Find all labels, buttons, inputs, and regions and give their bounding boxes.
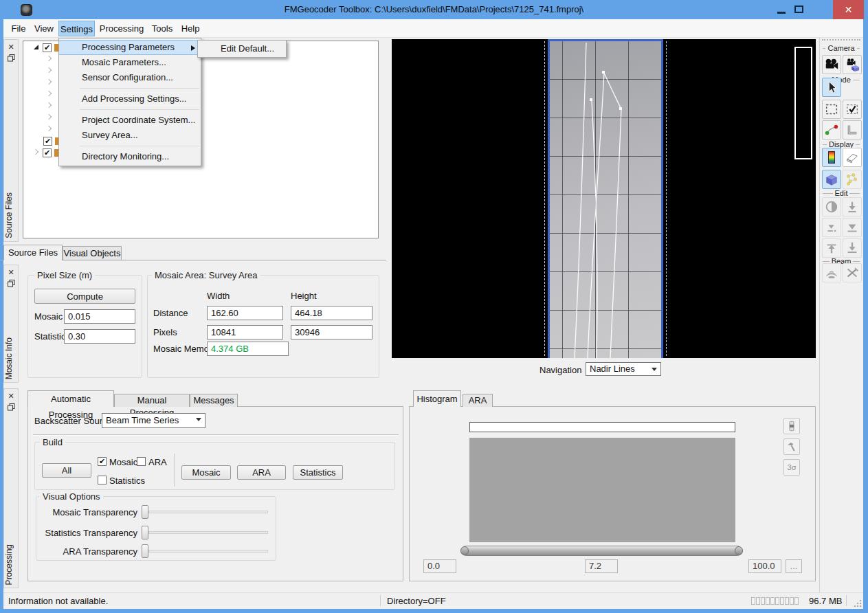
contrast-edit-button[interactable] <box>822 197 841 216</box>
menu-item-project-coordinate-system[interactable]: Project Coordinate System... <box>59 113 201 128</box>
collapse-arrow-icon[interactable] <box>46 79 52 85</box>
collapse-arrow-icon[interactable] <box>33 149 38 155</box>
mosaic-strip[interactable] <box>548 39 663 358</box>
range-slider-left-handle[interactable] <box>460 546 469 555</box>
rect-select-button[interactable] <box>822 100 841 119</box>
three-sigma-button[interactable]: 3σ <box>783 459 800 476</box>
slider-thumb[interactable] <box>142 526 148 539</box>
tree-row[interactable] <box>47 103 51 107</box>
menu-item-mosaic-parameters[interactable]: Mosaic Parameters... <box>59 55 201 70</box>
collapse-arrow-icon[interactable] <box>46 126 52 131</box>
menu-tools[interactable]: Tools <box>148 21 176 36</box>
tab-histogram[interactable]: Histogram <box>413 390 461 407</box>
float-panel-icon[interactable] <box>8 54 15 61</box>
ara-transparency-slider[interactable] <box>148 550 268 553</box>
colormap-preview-bar[interactable] <box>469 422 735 432</box>
menu-item-directory-monitoring[interactable]: Directory Monitoring... <box>59 149 201 164</box>
tree-row[interactable] <box>34 150 38 154</box>
menu-settings[interactable]: Settings <box>58 21 95 36</box>
tab-ara[interactable]: ARA <box>463 394 493 407</box>
close-icon[interactable]: ✕ <box>4 267 18 277</box>
tree-row[interactable] <box>47 68 51 72</box>
histogram-max-value[interactable]: 100.0 <box>748 559 781 573</box>
range-slider-right-handle[interactable] <box>735 546 743 555</box>
camera-scene-button[interactable] <box>843 55 862 74</box>
colormap-display-button[interactable] <box>822 148 841 167</box>
points-display-button[interactable] <box>843 170 862 189</box>
menu-processing[interactable]: Processing <box>99 21 144 36</box>
pixels-width-input[interactable]: 10841 <box>207 325 283 339</box>
resize-grip[interactable] <box>854 599 862 608</box>
expand-arrow-icon[interactable] <box>34 45 38 49</box>
histogram-mid-value[interactable]: 7.2 <box>585 559 618 573</box>
menu-view[interactable]: View <box>29 21 59 36</box>
close-button[interactable]: ✕ <box>833 0 864 19</box>
distance-height-input[interactable]: 464.18 <box>291 306 372 320</box>
beam-pattern-button[interactable] <box>822 263 841 282</box>
menu-item-survey-area[interactable]: Survey Area... <box>59 128 201 143</box>
menu-item-processing-parameters[interactable]: Processing Parameters <box>59 40 201 55</box>
raise-to-line-button[interactable] <box>822 238 841 258</box>
minimize-button[interactable] <box>772 0 790 19</box>
collapse-arrow-icon[interactable] <box>46 56 52 61</box>
build-statistics-button[interactable]: Statistics <box>293 465 343 480</box>
tree-row[interactable] <box>47 91 51 96</box>
histogram-range-slider[interactable] <box>461 546 742 556</box>
compute-button[interactable]: Compute <box>34 289 135 304</box>
collapse-arrow-icon[interactable] <box>46 114 52 120</box>
float-panel-icon[interactable] <box>8 403 15 410</box>
mosaic-checkbox[interactable]: ✔ <box>98 457 107 466</box>
statistics-transparency-slider[interactable] <box>148 531 268 534</box>
tree-row[interactable] <box>47 80 51 84</box>
tab-manual-processing[interactable]: Manual Processing <box>114 394 190 407</box>
histogram-more-button[interactable]: ... <box>786 559 802 573</box>
backscatter-source-dropdown[interactable]: Beam Time Series <box>102 413 205 428</box>
maximize-button[interactable] <box>790 0 808 19</box>
collapse-arrow-icon[interactable] <box>46 67 52 73</box>
collapse-arrow-icon[interactable] <box>46 91 52 96</box>
tree-row[interactable] <box>34 45 38 49</box>
tree-checkbox[interactable]: ✔ <box>43 43 52 52</box>
tab-source-files[interactable]: Source Files <box>3 245 63 260</box>
build-ara-button[interactable]: ARA <box>237 465 286 480</box>
histogram-min-value[interactable]: 0.0 <box>423 559 456 573</box>
navigation-dropdown[interactable]: Nadir Lines <box>586 362 661 376</box>
close-icon[interactable]: ✕ <box>4 42 18 52</box>
select-mode-button[interactable] <box>822 78 841 97</box>
statistics-checkbox[interactable] <box>98 476 107 484</box>
histogram-levels-button[interactable] <box>783 418 800 434</box>
tree-checkbox[interactable]: ✔ <box>43 148 52 157</box>
collapse-arrow-icon[interactable] <box>46 102 52 108</box>
pixels-height-input[interactable]: 30946 <box>291 325 372 339</box>
toolbar-grip[interactable] <box>822 39 860 41</box>
mosaic-transparency-slider[interactable] <box>148 511 268 513</box>
menu-item-edit-default[interactable]: Edit Default... <box>198 41 286 56</box>
tree-row[interactable] <box>47 56 51 60</box>
close-icon[interactable]: ✕ <box>4 391 18 401</box>
beam-cut-button[interactable] <box>843 263 862 282</box>
menu-item-sensor-configuration[interactable]: Sensor Configuration... <box>59 70 201 85</box>
tab-messages[interactable]: Messages <box>190 394 238 407</box>
polyline-mode-button[interactable] <box>822 120 841 140</box>
menu-item-add-processing-settings[interactable]: Add Processing Settings... <box>59 91 201 107</box>
build-mosaic-button[interactable]: Mosaic <box>181 465 231 480</box>
histogram-build-button[interactable] <box>783 438 800 455</box>
tree-row[interactable] <box>47 115 51 119</box>
menu-help[interactable]: Help <box>179 21 202 36</box>
lower-to-line-button[interactable] <box>843 238 862 258</box>
build-all-button[interactable]: All <box>42 463 91 478</box>
cube-3d-display-button[interactable] <box>822 170 841 189</box>
corner-mode-button[interactable] <box>843 120 862 140</box>
distance-width-input[interactable]: 162.60 <box>207 306 283 320</box>
histogram-canvas[interactable] <box>469 438 735 542</box>
menu-file[interactable]: File <box>5 21 32 36</box>
move-down-to-line-button[interactable] <box>843 197 862 216</box>
tab-visual-objects[interactable]: Visual Objects <box>63 246 122 260</box>
tree-row[interactable] <box>47 126 51 131</box>
ara-checkbox[interactable] <box>137 457 146 466</box>
snap-down-small-button[interactable] <box>822 218 841 237</box>
statistic-pixel-input[interactable]: 0.30 <box>64 329 135 344</box>
slider-thumb[interactable] <box>142 505 148 519</box>
slider-thumb[interactable] <box>142 544 148 558</box>
float-panel-icon[interactable] <box>8 279 15 287</box>
